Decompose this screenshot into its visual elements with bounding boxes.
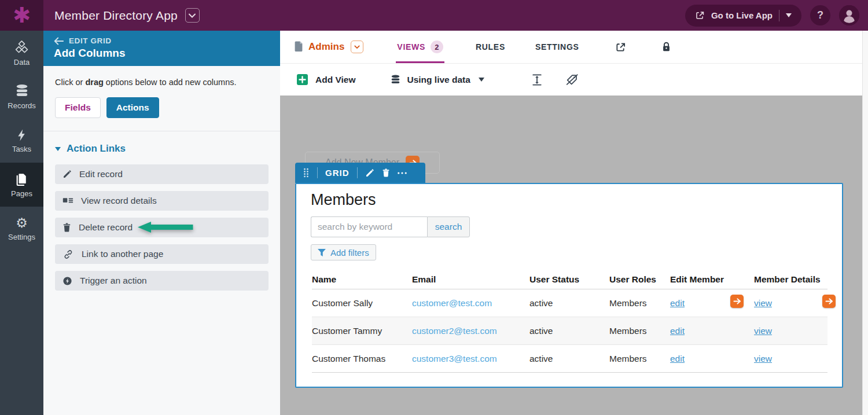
cell-view: view [754, 345, 827, 372]
tab-settings[interactable]: SETTINGS [535, 31, 579, 63]
cell-email-link[interactable]: customer@test.com [412, 298, 529, 309]
sidebar-item-settings[interactable]: ⚙ Settings [0, 207, 43, 251]
filters-row: Add filters [311, 244, 827, 260]
cubes-icon [14, 39, 30, 55]
sidebar-item-records[interactable]: Records [0, 75, 43, 119]
fields-tab-button[interactable]: Fields [55, 97, 101, 118]
panel-title: Add Columns [54, 47, 270, 60]
sidebar-item-data[interactable]: Data [0, 31, 43, 75]
toolbar-divider [317, 167, 318, 178]
edit-view-button[interactable] [365, 168, 374, 178]
action-option-label: Delete record [79, 222, 133, 233]
app-logo[interactable]: ✱ [0, 0, 43, 31]
column-type-tabs: Fields Actions [55, 97, 269, 118]
trash-icon [62, 223, 71, 232]
tab-rules[interactable]: RULES [476, 31, 505, 63]
preview-page-button[interactable] [615, 42, 626, 53]
column-header: User Status [529, 274, 609, 285]
page-security-button[interactable] [662, 41, 671, 53]
panel-body: Click or drag options below to add new c… [43, 66, 280, 291]
pages-icon [14, 172, 29, 186]
asterisk-logo-icon: ✱ [13, 5, 31, 26]
adjust-row-height-button[interactable] [532, 74, 542, 86]
caret-down-icon [55, 147, 61, 151]
add-columns-panel: EDIT GRID Add Columns Click or drag opti… [43, 31, 280, 415]
add-filters-button[interactable]: Add filters [311, 244, 376, 260]
back-to-edit-grid[interactable]: EDIT GRID [54, 36, 270, 45]
app-title-dropdown[interactable] [185, 8, 200, 23]
page-name-group[interactable]: Admins [294, 41, 363, 53]
account-button[interactable] [839, 5, 859, 25]
lock-icon [662, 41, 671, 53]
pencil-icon [365, 168, 374, 178]
edit-record-link[interactable]: edit [670, 298, 685, 309]
topbar: ✱ Member Directory App Go to Live App ? [0, 0, 868, 31]
table-row: Customer Sally customer@test.com active … [312, 289, 827, 317]
page-name: Admins [308, 41, 344, 53]
ellipsis-icon [398, 172, 407, 174]
database-icon [390, 74, 401, 85]
view-record-link[interactable]: view [754, 326, 772, 336]
action-option-trigger-action[interactable]: Trigger an action [55, 271, 269, 291]
search-input[interactable] [311, 216, 427, 237]
pill-divider [779, 10, 779, 21]
drag-handle-icon[interactable] [303, 168, 310, 178]
search-button[interactable]: search [427, 216, 470, 237]
sidebar-label: Data [14, 58, 30, 67]
plus-square-icon [297, 74, 308, 85]
edit-record-link[interactable]: edit [670, 354, 685, 364]
cell-email-link[interactable]: customer3@test.com [412, 354, 529, 364]
more-options-button[interactable] [398, 172, 407, 174]
cell-edit: edit [670, 317, 754, 344]
go-to-live-app-button[interactable]: Go to Live App [685, 5, 801, 27]
chevron-down-icon [189, 13, 196, 18]
lightning-icon [15, 128, 28, 142]
user-avatar-icon [839, 5, 859, 25]
view-toolbar-row: Add View Using live data [280, 64, 868, 96]
action-links-section-header[interactable]: Action Links [55, 143, 269, 155]
cell-email-link[interactable]: customer2@test.com [412, 326, 529, 336]
gear-icon: ⚙ [16, 216, 28, 230]
sidebar-label: Tasks [12, 145, 31, 153]
view-record-link[interactable]: view [754, 298, 772, 309]
hint-prefix: Click or [55, 78, 85, 87]
action-option-delete-record[interactable]: Delete record [55, 218, 269, 237]
delete-view-button[interactable] [382, 168, 390, 177]
view-record-link[interactable]: view [754, 354, 772, 364]
data-mode-dropdown[interactable]: Using live data [390, 74, 484, 85]
grid-view-type-label: GRID [325, 168, 350, 178]
hide-labels-button[interactable] [565, 74, 579, 86]
actions-tab-button[interactable]: Actions [106, 97, 159, 118]
back-label: EDIT GRID [69, 36, 112, 45]
add-view-label: Add View [315, 75, 355, 85]
cell-edit: edit [670, 289, 754, 317]
edit-record-link[interactable]: edit [670, 326, 685, 336]
add-view-button[interactable]: Add View [297, 74, 355, 85]
page-dropdown-button[interactable] [351, 41, 363, 53]
action-option-label: Edit record [79, 169, 123, 179]
record-details-icon [62, 196, 73, 205]
sidebar-item-tasks[interactable]: Tasks [0, 119, 43, 163]
column-header: Edit Member [670, 274, 754, 285]
caret-down-icon[interactable] [786, 13, 792, 17]
section-title: Action Links [67, 143, 126, 155]
sidebar-item-pages[interactable]: Pages [0, 163, 43, 207]
vertical-scrollbar[interactable] [862, 31, 868, 415]
column-drop-target-icon [822, 295, 836, 308]
external-link-icon [695, 10, 705, 20]
table-header-row: Name Email User Status User Roles Edit M… [312, 270, 827, 289]
cell-edit: edit [670, 345, 754, 372]
database-icon [14, 83, 30, 98]
action-option-edit-record[interactable]: Edit record [55, 164, 269, 184]
help-button[interactable]: ? [810, 5, 830, 25]
action-option-link-to-page[interactable]: Link to another page [55, 244, 269, 264]
tab-views[interactable]: VIEWS 2 [397, 31, 443, 63]
members-grid-view: Members search Add filters Name Email Us… [295, 183, 843, 388]
panel-divider [43, 131, 280, 131]
grid-view-toolbar: GRID [295, 163, 425, 183]
sidebar-label: Records [8, 101, 35, 110]
members-table: Name Email User Status User Roles Edit M… [312, 270, 827, 373]
main-area: Admins VIEWS 2 RULES SETTINGS Add View U… [280, 31, 868, 415]
page-file-icon [294, 41, 303, 53]
action-option-view-record-details[interactable]: View record details [55, 191, 269, 211]
